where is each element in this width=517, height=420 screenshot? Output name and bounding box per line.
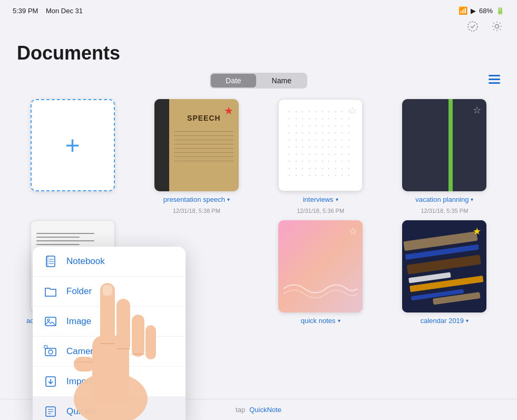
sort-bar: Date Name [0, 73, 517, 99]
time: 5:39 PM [13, 7, 38, 15]
svg-point-22 [48, 350, 53, 354]
quicknotes-thumbnail: ☆ [278, 220, 363, 312]
popup-image[interactable]: Image [33, 307, 186, 337]
speech-lines [174, 128, 233, 165]
popup-import[interactable]: Import [33, 367, 186, 397]
svg-rect-3 [489, 79, 500, 80]
wave-svg [284, 276, 357, 302]
wifi-icon: 📶 [459, 6, 467, 15]
svg-point-0 [468, 22, 477, 31]
spine [154, 99, 169, 191]
speech-doc-date: 12/31/18, 5:38 PM [173, 208, 220, 214]
svg-point-1 [495, 25, 499, 28]
folder-icon [43, 284, 58, 299]
chevron-icon: ▾ [471, 197, 473, 202]
dot-pattern: // Generate dots inline for(let i=0;i<10… [289, 111, 352, 180]
speech-document[interactable]: SPEECH ★ presentation speech ▾ 12/31/18,… [141, 99, 252, 214]
notebook-icon [43, 254, 58, 269]
select-icon[interactable] [465, 19, 480, 34]
popup-folder[interactable]: Folder [33, 277, 186, 307]
svg-rect-21 [45, 348, 56, 356]
interviews-document[interactable]: ☆ // Generate dots inline for(let i=0;i<… [265, 99, 376, 214]
image-label: Image [66, 316, 91, 327]
calendar-document[interactable]: ★ calendar 2019 ▾ [389, 220, 500, 325]
status-bar: 5:39 PM Mon Dec 31 📶 ▶ 68% 🔋 [0, 0, 517, 17]
settings-icon[interactable] [490, 19, 504, 34]
interviews-doc-label: interviews ▾ [303, 196, 338, 203]
quicknotes-document[interactable]: ☆ quick notes ▾ [265, 220, 376, 325]
camera-icon [43, 344, 58, 359]
vacation-star-icon: ☆ [473, 104, 481, 116]
page-title: Documents [17, 42, 500, 64]
interviews-doc-date: 12/31/18, 5:36 PM [297, 208, 344, 214]
date: Mon Dec 31 [46, 7, 83, 15]
vacation-doc-label: vacation planning ▾ [415, 196, 473, 203]
chevron-icon: ▾ [466, 318, 469, 324]
speech-thumbnail: SPEECH ★ [154, 99, 239, 191]
import-label: Import [66, 376, 92, 387]
popup-quicknote[interactable]: QuickN... [33, 397, 186, 420]
quicknotes-star-icon: ☆ [349, 226, 357, 237]
status-right: 📶 ▶ 68% 🔋 [459, 6, 504, 15]
popup-camera[interactable]: Camera [33, 337, 186, 367]
vacation-document[interactable]: ☆ vacation planning ▾ 12/31/18, 5:35 PM [389, 99, 500, 214]
svg-point-19 [47, 319, 50, 321]
status-time-date: 5:39 PM Mon Dec 31 [13, 7, 83, 15]
list-view-icon[interactable] [489, 75, 500, 87]
quicknote-icon [43, 404, 58, 419]
top-icons-row [0, 17, 517, 38]
svg-rect-14 [46, 256, 48, 267]
svg-rect-2 [489, 75, 500, 76]
tap-prefix: tap [236, 406, 245, 414]
popup-notebook[interactable]: Notebook [33, 247, 186, 277]
battery-percent: 68% [479, 7, 493, 15]
chevron-icon: ▾ [336, 197, 338, 202]
sort-by-date[interactable]: Date [211, 74, 256, 87]
quicknotes-doc-label: quick notes ▾ [301, 317, 340, 325]
segment-control: Date Name [210, 73, 307, 89]
page-header: Documents [0, 38, 517, 73]
tap-quicknote[interactable]: QuickNote [249, 406, 281, 414]
battery-icon: 🔋 [496, 7, 504, 15]
plus-icon: + [65, 133, 80, 158]
import-icon [43, 374, 58, 389]
chevron-icon: ▾ [227, 197, 230, 202]
sort-by-name[interactable]: Name [257, 74, 306, 87]
vacation-doc-date: 12/31/18, 5:35 PM [421, 208, 468, 214]
speech-doc-label: presentation speech ▾ [163, 196, 230, 203]
camera-label: Camera [66, 346, 98, 357]
calendar-doc-label: calendar 2019 ▾ [421, 317, 469, 325]
speech-star-icon: ★ [224, 104, 233, 117]
notebook-label: Notebook [66, 256, 105, 267]
svg-rect-4 [489, 82, 500, 84]
signal-icon: ▶ [471, 7, 476, 15]
speech-label-text: SPEECH [187, 114, 221, 122]
folder-label: Folder [66, 286, 92, 297]
interviews-thumbnail: ☆ // Generate dots inline for(let i=0;i<… [278, 99, 363, 191]
interviews-star-icon: ☆ [348, 105, 357, 116]
new-doc-thumbnail: + [31, 99, 115, 191]
chevron-icon: ▾ [338, 318, 340, 324]
vacation-stripe [448, 99, 453, 191]
vacation-thumbnail: ☆ [402, 99, 486, 191]
calendar-star-icon: ★ [473, 226, 481, 237]
quicknote-label: QuickN... [66, 406, 103, 417]
image-icon [43, 314, 58, 329]
calendar-thumbnail: ★ [402, 220, 486, 312]
new-document-popup: Notebook Folder Image Camera [33, 247, 186, 420]
documents-grid: + SPEECH ★ presentation [0, 99, 517, 214]
new-document-button[interactable]: + [17, 99, 128, 214]
